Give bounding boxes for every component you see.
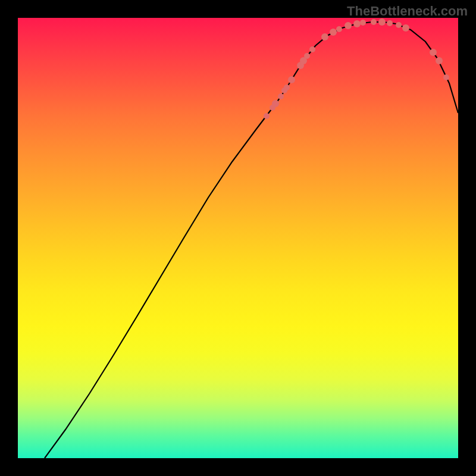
- data-point: [321, 33, 328, 40]
- data-point: [353, 20, 361, 27]
- data-point: [330, 29, 337, 36]
- watermark-text: TheBottleneck.com: [347, 4, 468, 19]
- curve-line: [45, 22, 458, 458]
- data-point: [430, 49, 437, 56]
- data-point: [360, 20, 366, 26]
- data-point: [309, 46, 315, 52]
- data-point: [443, 74, 449, 80]
- data-point: [284, 84, 290, 90]
- data-point: [371, 19, 377, 25]
- data-point: [402, 24, 409, 32]
- data-point: [304, 53, 310, 59]
- data-point: [272, 100, 279, 107]
- chart-svg: [18, 18, 458, 458]
- chart-plot-area: [18, 18, 458, 458]
- data-point: [336, 26, 342, 32]
- data-point: [288, 76, 295, 83]
- data-point: [396, 22, 402, 28]
- scatter-markers: [264, 18, 449, 119]
- data-point: [264, 113, 270, 119]
- data-point: [387, 20, 393, 26]
- data-point: [278, 93, 284, 99]
- data-point: [378, 18, 386, 26]
- data-point: [345, 22, 352, 29]
- data-point: [436, 57, 443, 64]
